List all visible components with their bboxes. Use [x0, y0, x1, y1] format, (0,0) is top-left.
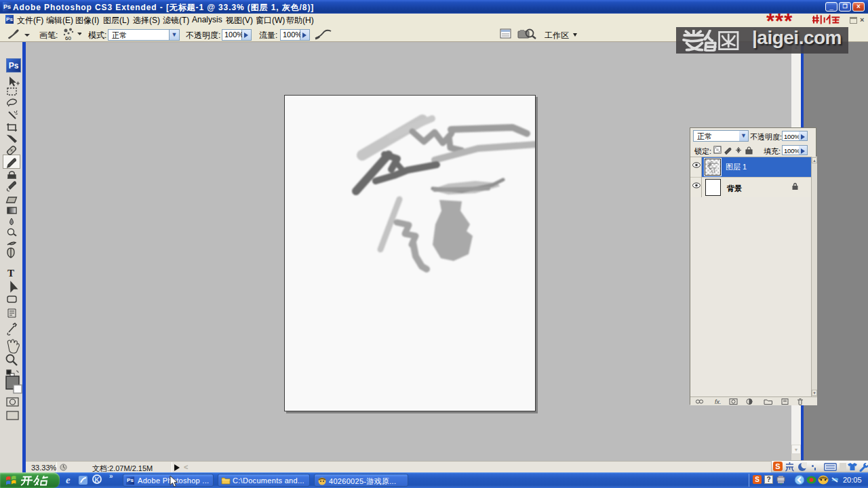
svg-text:60: 60 — [65, 35, 71, 41]
svg-text:fx.: fx. — [715, 399, 722, 405]
svg-text:T: T — [7, 268, 14, 279]
